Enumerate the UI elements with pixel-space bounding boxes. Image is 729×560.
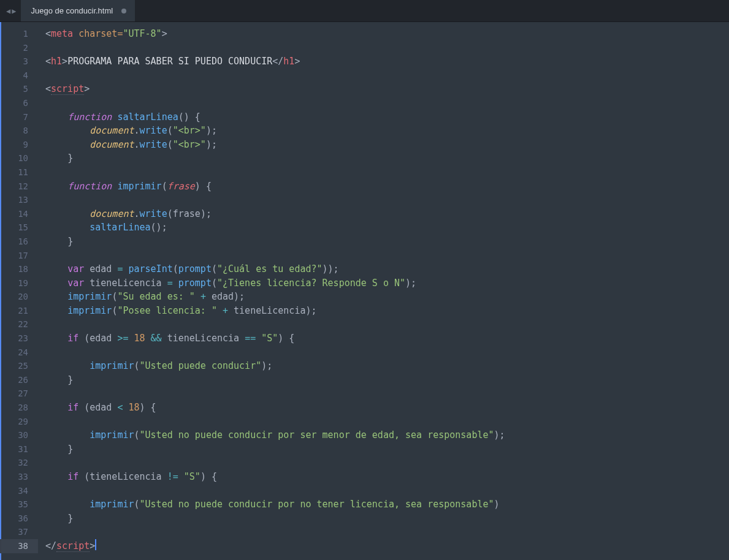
- line-number: 10: [1, 151, 38, 165]
- code-line[interactable]: document.write("<br>");: [38, 138, 729, 152]
- nav-forward-icon[interactable]: ▶: [12, 7, 16, 15]
- code-line[interactable]: <meta charset="UTF-8">: [38, 27, 729, 41]
- line-number: 17: [1, 249, 38, 263]
- code-line[interactable]: }: [38, 373, 729, 387]
- code-line[interactable]: function saltarLinea() {: [38, 110, 729, 124]
- code-line[interactable]: [38, 249, 729, 263]
- code-line[interactable]: [38, 96, 729, 110]
- code-line[interactable]: saltarLinea();: [38, 221, 729, 235]
- code-line[interactable]: [38, 41, 729, 55]
- line-number: 19: [1, 276, 38, 290]
- code-line[interactable]: function imprimir(frase) {: [38, 180, 729, 194]
- line-number: 1: [1, 27, 38, 41]
- line-number: 21: [1, 304, 38, 318]
- code-line[interactable]: document.write("<br>");: [38, 124, 729, 138]
- code-line[interactable]: var tieneLicencia = prompt("¿Tienes lice…: [38, 276, 729, 290]
- line-number: 16: [1, 235, 38, 249]
- nav-back-icon[interactable]: ◀: [6, 7, 10, 15]
- line-number: 7: [1, 110, 38, 124]
- line-number: 18: [1, 262, 38, 276]
- code-line[interactable]: imprimir("Usted no puede conducir por no…: [38, 498, 729, 512]
- line-number: 8: [1, 124, 38, 138]
- line-number: 9: [1, 138, 38, 152]
- code-line[interactable]: [38, 387, 729, 401]
- code-line[interactable]: imprimir("Posee licencia: " + tieneLicen…: [38, 304, 729, 318]
- line-number: 38: [1, 539, 38, 553]
- line-number: 22: [1, 317, 38, 331]
- code-line[interactable]: if (edad >= 18 && tieneLicencia == "S") …: [38, 331, 729, 346]
- line-number: 27: [1, 387, 38, 401]
- line-number: 3: [1, 55, 38, 69]
- code-line[interactable]: [38, 484, 729, 498]
- line-number: 26: [1, 373, 38, 387]
- tab-filename: Juego de conducir.html: [31, 6, 113, 15]
- line-number: 31: [1, 442, 38, 456]
- code-line[interactable]: [38, 193, 729, 207]
- code-area[interactable]: <meta charset="UTF-8"> <h1>PROGRAMA PARA…: [38, 22, 729, 560]
- line-number: 35: [1, 498, 38, 512]
- tab-nav-arrows: ◀ ▶: [0, 0, 21, 21]
- line-number-gutter: 1234567891011121314151617181920212223242…: [0, 22, 38, 560]
- line-number: 20: [1, 290, 38, 304]
- code-line[interactable]: imprimir("Su edad es: " + edad);: [38, 290, 729, 304]
- line-number: 4: [1, 69, 38, 83]
- line-number: 23: [1, 331, 38, 346]
- line-number: 5: [1, 82, 38, 96]
- code-line[interactable]: <h1>PROGRAMA PARA SABER SI PUEDO CONDUCI…: [38, 55, 729, 69]
- code-line[interactable]: [38, 456, 729, 470]
- code-line[interactable]: }: [38, 512, 729, 526]
- line-number: 13: [1, 193, 38, 207]
- code-line[interactable]: imprimir("Usted no puede conducir por se…: [38, 428, 729, 442]
- code-line[interactable]: </script>: [38, 539, 729, 553]
- code-line[interactable]: [38, 525, 729, 539]
- code-line[interactable]: }: [38, 235, 729, 249]
- code-line[interactable]: }: [38, 151, 729, 165]
- code-line[interactable]: var edad = parseInt(prompt("¿Cuál es tu …: [38, 262, 729, 276]
- line-number: 14: [1, 207, 38, 221]
- line-number: 36: [1, 512, 38, 526]
- code-line[interactable]: if (edad < 18) {: [38, 401, 729, 415]
- line-number: 15: [1, 221, 38, 235]
- line-number: 6: [1, 96, 38, 110]
- code-editor[interactable]: 1234567891011121314151617181920212223242…: [0, 22, 729, 560]
- code-line[interactable]: [38, 69, 729, 83]
- code-line[interactable]: if (tieneLicencia != "S") {: [38, 470, 729, 484]
- line-number: 29: [1, 415, 38, 429]
- code-line[interactable]: [38, 165, 729, 180]
- line-number: 25: [1, 359, 38, 373]
- line-number: 11: [1, 165, 38, 180]
- code-line[interactable]: [38, 346, 729, 360]
- code-line[interactable]: imprimir("Usted puede conducir");: [38, 359, 729, 373]
- code-line[interactable]: <script>: [38, 82, 729, 96]
- line-number: 37: [1, 525, 38, 539]
- tab-dirty-indicator-icon: [121, 9, 126, 13]
- code-line[interactable]: [38, 415, 729, 429]
- line-number: 28: [1, 401, 38, 415]
- line-number: 24: [1, 346, 38, 360]
- line-number: 34: [1, 484, 38, 498]
- code-line[interactable]: }: [38, 442, 729, 456]
- line-number: 2: [1, 41, 38, 55]
- line-number: 12: [1, 180, 38, 194]
- code-line[interactable]: document.write(frase);: [38, 207, 729, 221]
- editor-tab[interactable]: Juego de conducir.html: [21, 0, 135, 21]
- code-line[interactable]: [38, 317, 729, 331]
- line-number: 32: [1, 456, 38, 470]
- tab-bar: ◀ ▶ Juego de conducir.html: [0, 0, 729, 22]
- line-number: 33: [1, 470, 38, 484]
- line-number: 30: [1, 428, 38, 442]
